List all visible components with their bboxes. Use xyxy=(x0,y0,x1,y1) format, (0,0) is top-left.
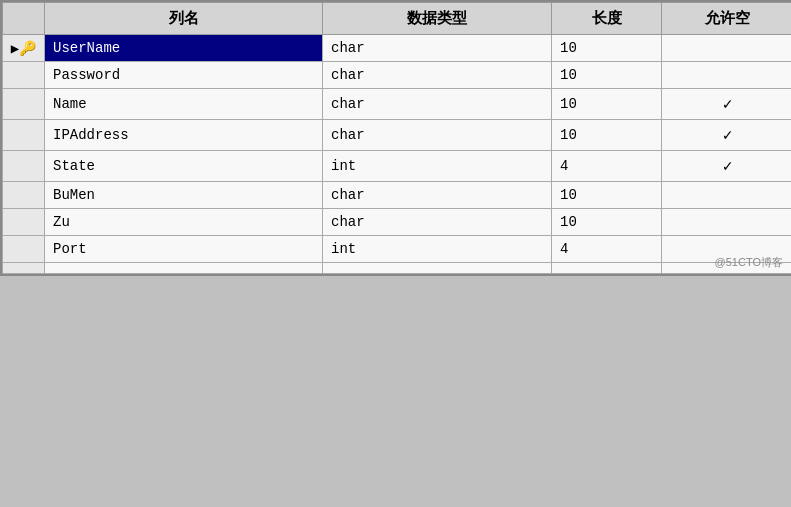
row-field-name[interactable]: Name xyxy=(45,89,323,120)
table-row[interactable]: Portint4 xyxy=(3,236,792,263)
table-row[interactable]: IPAddresschar10✓ xyxy=(3,120,792,151)
table-row[interactable]: Zuchar10 xyxy=(3,209,792,236)
header-col-length: 长度 xyxy=(552,3,662,35)
row-indicator xyxy=(3,236,45,263)
header-col-nullable: 允许空 xyxy=(662,3,792,35)
row-nullable[interactable] xyxy=(662,62,792,89)
row-nullable[interactable] xyxy=(662,182,792,209)
row-data-type[interactable]: char xyxy=(323,182,552,209)
row-data-type[interactable]: int xyxy=(323,236,552,263)
row-length[interactable]: 10 xyxy=(552,182,662,209)
table-row[interactable]: Stateint4✓ xyxy=(3,151,792,182)
table-header-row: 列名 数据类型 长度 允许空 xyxy=(3,3,792,35)
row-indicator: ▶🔑 xyxy=(3,35,45,62)
header-indicator xyxy=(3,3,45,35)
row-indicator xyxy=(3,182,45,209)
row-data-type[interactable]: char xyxy=(323,120,552,151)
row-data-type[interactable] xyxy=(323,263,552,274)
row-nullable[interactable]: ✓ xyxy=(662,120,792,151)
table-row[interactable] xyxy=(3,263,792,274)
row-field-name[interactable]: Port xyxy=(45,236,323,263)
row-length[interactable] xyxy=(552,263,662,274)
row-field-name[interactable]: IPAddress xyxy=(45,120,323,151)
table-row[interactable]: Namechar10✓ xyxy=(3,89,792,120)
database-table-designer: 列名 数据类型 长度 允许空 ▶🔑UserNamechar10Passwordc… xyxy=(0,0,791,276)
row-length[interactable]: 10 xyxy=(552,120,662,151)
row-nullable[interactable]: ✓ xyxy=(662,151,792,182)
row-field-name[interactable]: UserName xyxy=(45,35,323,62)
arrow-icon: ▶🔑 xyxy=(11,40,36,57)
row-nullable[interactable] xyxy=(662,209,792,236)
row-field-name[interactable] xyxy=(45,263,323,274)
table-row[interactable]: Passwordchar10 xyxy=(3,62,792,89)
row-nullable[interactable] xyxy=(662,35,792,62)
row-indicator xyxy=(3,209,45,236)
table-row[interactable]: BuMenchar10 xyxy=(3,182,792,209)
row-field-name[interactable]: BuMen xyxy=(45,182,323,209)
row-indicator xyxy=(3,263,45,274)
row-data-type[interactable]: char xyxy=(323,89,552,120)
row-indicator xyxy=(3,151,45,182)
row-indicator xyxy=(3,120,45,151)
row-length[interactable]: 10 xyxy=(552,35,662,62)
row-length[interactable]: 4 xyxy=(552,236,662,263)
header-col-type: 数据类型 xyxy=(323,3,552,35)
row-data-type[interactable]: char xyxy=(323,35,552,62)
row-length[interactable]: 10 xyxy=(552,89,662,120)
row-nullable[interactable]: ✓ xyxy=(662,89,792,120)
watermark-text: @51CTO博客 xyxy=(715,255,783,270)
row-field-name[interactable]: State xyxy=(45,151,323,182)
row-length[interactable]: 4 xyxy=(552,151,662,182)
table-row[interactable]: ▶🔑UserNamechar10 xyxy=(3,35,792,62)
row-data-type[interactable]: char xyxy=(323,209,552,236)
row-field-name[interactable]: Zu xyxy=(45,209,323,236)
row-length[interactable]: 10 xyxy=(552,62,662,89)
row-data-type[interactable]: int xyxy=(323,151,552,182)
row-field-name[interactable]: Password xyxy=(45,62,323,89)
row-indicator xyxy=(3,62,45,89)
row-data-type[interactable]: char xyxy=(323,62,552,89)
row-length[interactable]: 10 xyxy=(552,209,662,236)
row-indicator xyxy=(3,89,45,120)
header-col-name: 列名 xyxy=(45,3,323,35)
